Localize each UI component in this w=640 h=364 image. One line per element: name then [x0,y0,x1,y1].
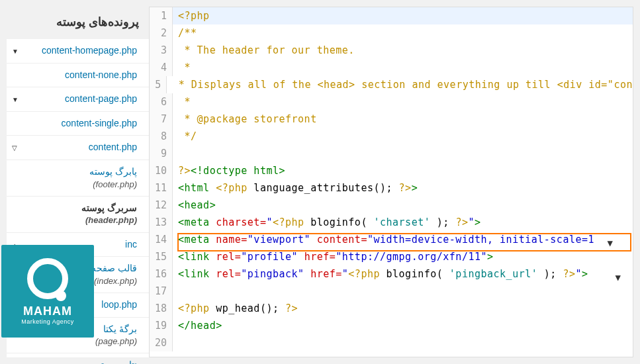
line-number: 9 [150,145,173,162]
file-label: content-single.php [10,117,137,130]
code-line[interactable]: 2/** [150,24,633,42]
code-content[interactable]: * [173,93,191,111]
file-label: سربرگ پوسته [10,202,137,215]
code-content[interactable] [173,334,178,351]
logo-name: MAHAM [23,304,72,318]
code-content[interactable]: * @package storefront [173,111,317,128]
line-number: 8 [150,128,173,145]
line-number: 10 [150,162,173,179]
code-line[interactable]: 10?><!doctype html> [150,162,633,179]
line-number: 12 [150,197,173,214]
code-content[interactable] [173,283,178,300]
line-number: 16 [150,265,173,283]
line-number: 5 [150,76,167,93]
logo-ring-icon [27,258,68,299]
chevron-icon[interactable]: ▽ [12,144,17,153]
code-content[interactable]: <?php wp_head(); ?> [173,300,298,317]
chevron-down-icon[interactable]: ▼ [608,238,613,248]
chevron-icon[interactable]: ▼ [12,95,19,105]
line-number: 11 [150,179,173,197]
file-item-6[interactable]: سربرگ پوسته(header.php) [7,197,149,233]
code-content[interactable] [173,145,178,162]
code-content[interactable]: <link rel="profile" href="http://gmpg.or… [173,248,494,265]
code-content[interactable]: </head> [173,317,222,334]
line-number: 17 [150,283,173,300]
code-content[interactable]: * [173,59,191,76]
file-sublabel: (footer.php) [10,179,137,191]
file-item-5[interactable]: پابرگ پوسته(footer.php) [7,160,149,197]
code-line[interactable]: 1<?php [150,7,633,24]
chevron-down-icon[interactable]: ▼ [616,272,621,283]
chevron-icon[interactable]: ▼ [12,47,19,56]
code-content[interactable]: <html <?php language_attributes(); ?>> [173,179,418,197]
code-content[interactable]: <meta charset="<?php bloginfo( 'charset'… [173,214,481,231]
code-line[interactable]: 9 [150,145,633,162]
code-editor[interactable]: 1<?php2/**3 * The header for our theme.4… [149,7,633,357]
code-line[interactable]: 13<meta charset="<?php bloginfo( 'charse… [150,214,633,231]
file-label: content-page.php [10,93,137,106]
code-line[interactable]: 5 * Displays all of the <head> section a… [150,76,633,93]
code-line[interactable]: 14<meta name="viewport" content="width=d… [150,231,633,248]
code-content[interactable]: */ [173,128,197,145]
line-number: 4 [150,59,173,76]
code-line[interactable]: 8 */ [150,128,633,145]
line-number: 19 [150,317,173,334]
line-number: 13 [150,214,173,231]
code-line[interactable]: 18<?php wp_head(); ?> [150,300,633,317]
code-line[interactable]: 16<link rel="pingback" href="<?php blogi… [150,265,633,283]
watermark-logo: MAHAM Marketing Agency [1,245,94,338]
code-line[interactable]: 4 * [150,59,633,76]
file-label: content.php [10,141,137,154]
file-label: نتایج جستجو [10,359,137,364]
code-content[interactable]: * The header for our theme. [173,42,355,59]
code-content[interactable]: ?><!doctype html> [173,162,285,179]
line-number: 7 [150,111,173,128]
code-line[interactable]: 7 * @package storefront [150,111,633,128]
sidebar-header: پرونده‌های پوسته [7,7,149,39]
code-line[interactable]: 20 [150,334,633,351]
code-line[interactable]: 6 * [150,93,633,111]
file-item-3[interactable]: content-single.php [7,112,149,136]
code-content[interactable]: <meta name="viewport" content="width=dev… [173,231,594,248]
logo-tagline: Marketing Agency [21,318,74,325]
code-line[interactable]: 12<head> [150,197,633,214]
line-number: 2 [150,24,173,42]
code-line[interactable]: 19</head> [150,317,633,334]
line-number: 1 [150,7,173,24]
line-number: 14 [150,231,173,248]
file-item-11[interactable]: نتایج جستجو [7,353,149,364]
line-number: 6 [150,93,173,111]
code-content[interactable]: <?php [173,7,210,24]
code-content[interactable]: <head> [173,197,216,214]
code-line[interactable]: 15<link rel="profile" href="http://gmpg.… [150,248,633,265]
code-content[interactable]: <link rel="pingback" href="<?php bloginf… [173,265,588,283]
code-line[interactable]: 3 * The header for our theme. [150,42,633,59]
file-label: content-none.php [10,69,137,82]
code-content[interactable]: * Displays all of the <head> section and… [167,76,633,93]
file-sublabel: (header.php) [10,214,137,226]
file-item-1[interactable]: content-none.php [7,64,149,88]
line-number: 3 [150,42,173,59]
code-line[interactable]: 11<html <?php language_attributes(); ?>> [150,179,633,197]
line-number: 20 [150,334,173,351]
file-item-4[interactable]: content.php▽ [7,136,149,160]
file-label: پابرگ پوسته [10,165,137,179]
code-content[interactable]: /** [173,24,197,42]
line-number: 15 [150,248,173,265]
file-item-0[interactable]: content-homepage.php▼ [7,39,149,64]
code-line[interactable]: 17 [150,283,633,300]
line-number: 18 [150,300,173,317]
file-label: content-homepage.php [10,44,137,58]
file-item-2[interactable]: content-page.php▼ [7,87,149,112]
